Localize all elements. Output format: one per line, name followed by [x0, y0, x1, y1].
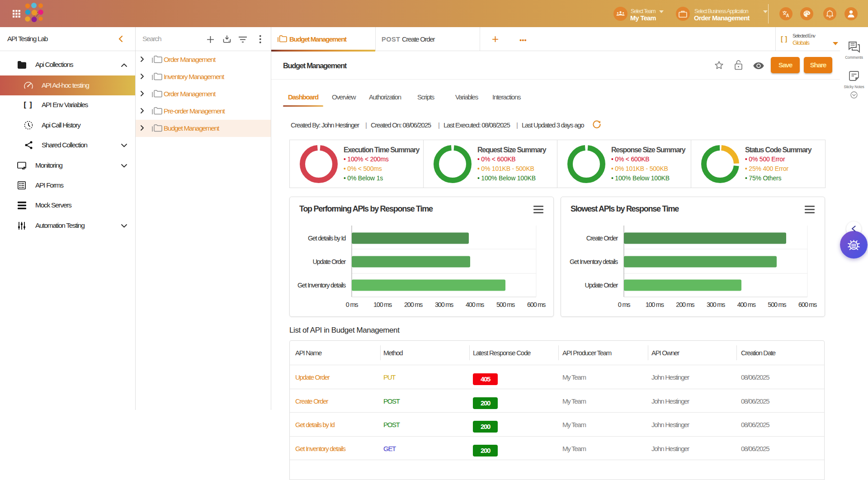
svg-text:400 ms: 400 ms [737, 301, 756, 308]
svg-text:200 ms: 200 ms [676, 301, 694, 308]
svg-text:Get Inventory details: Get Inventory details [297, 282, 346, 289]
svg-text:A: A [786, 13, 789, 18]
svg-text:500 ms: 500 ms [768, 301, 786, 308]
svg-text:Create Order: Create Order [586, 235, 618, 242]
svg-text:Update Order: Update Order [313, 258, 346, 265]
svg-text:300 ms: 300 ms [707, 301, 725, 308]
svg-text:500 ms: 500 ms [496, 301, 515, 308]
svg-text:0 ms: 0 ms [618, 301, 630, 308]
svg-text:600 ms: 600 ms [798, 301, 817, 308]
svg-text:200 ms: 200 ms [404, 301, 423, 308]
svg-text:100 ms: 100 ms [646, 301, 664, 308]
svg-text:Update Order: Update Order [585, 282, 618, 289]
svg-text:0 ms: 0 ms [346, 301, 358, 308]
svg-text:100 ms: 100 ms [373, 301, 392, 308]
svg-text:300 ms: 300 ms [435, 301, 453, 308]
svg-text:Get details by Id: Get details by Id [308, 235, 346, 242]
svg-text:Get Inventory details: Get Inventory details [570, 258, 618, 265]
svg-text:400 ms: 400 ms [466, 301, 484, 308]
svg-text:600 ms: 600 ms [527, 301, 546, 308]
